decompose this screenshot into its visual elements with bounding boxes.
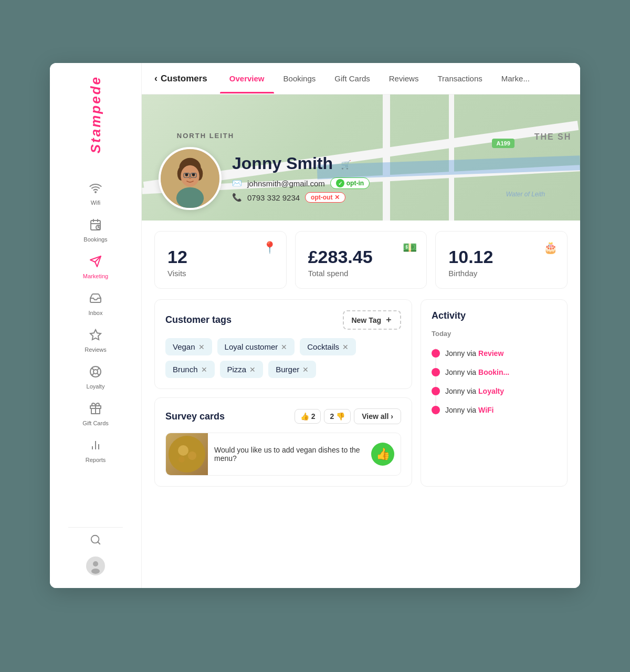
sidebar-item-bookings[interactable]: Bookings xyxy=(50,213,141,248)
search-icon[interactable] xyxy=(90,534,101,548)
profile-phone-row: 📞 0793 332 9234 opt-out ✕ xyxy=(232,192,370,203)
sidebar-item-wifi[interactable]: Wifi xyxy=(50,176,141,211)
right-column: Activity Today Jonny via Review xyxy=(421,299,568,487)
back-chevron-icon: ‹ xyxy=(154,73,158,84)
page-content: NORTH LEITH A199 Water of Leith THE SH xyxy=(142,94,580,588)
loyalty-icon xyxy=(89,365,102,381)
birthday-stat-card: 🎂 10.12 Birthday xyxy=(435,231,568,289)
survey-badges: 👍 2 2 👎 View all › xyxy=(295,408,401,424)
sidebar-nav: Wifi Bookings xyxy=(50,176,141,521)
profile-name: Jonny Smith 🛒 xyxy=(232,154,370,173)
tag-pizza[interactable]: Pizza ✕ xyxy=(220,361,264,378)
survey-card-item: Would you like us to add vegan dishes to… xyxy=(165,433,401,476)
visits-stat-card: 📍 12 Visits xyxy=(154,231,287,289)
tag-brunch[interactable]: Brunch ✕ xyxy=(165,361,215,378)
opt-out-badge: opt-out ✕ xyxy=(305,192,345,203)
remove-tag-icon[interactable]: ✕ xyxy=(281,343,287,351)
birthday-label: Birthday xyxy=(448,269,554,278)
svg-line-13 xyxy=(92,368,94,370)
activity-dot xyxy=(432,349,440,358)
phone-icon: 📞 xyxy=(232,193,242,202)
sidebar-item-inbox[interactable]: Inbox xyxy=(50,287,141,321)
profile-overlay: Jonny Smith 🛒 ✉️ johnsmith@gmail.com ✓ o… xyxy=(142,136,580,220)
activity-text: Jonny via Loyalty xyxy=(445,387,504,395)
new-tag-button[interactable]: New Tag ＋ xyxy=(343,310,401,330)
thumbs-up-response-icon: 👍 xyxy=(376,447,390,461)
activity-dot xyxy=(432,387,440,395)
tag-burger[interactable]: Burger ✕ xyxy=(268,361,316,378)
svg-point-12 xyxy=(93,370,98,374)
survey-thumbs-up-button[interactable]: 👍 xyxy=(371,443,394,466)
svg-point-38 xyxy=(176,187,204,209)
profile-email-row: ✉️ johnsmith@gmail.com ✓ opt-in xyxy=(232,177,370,189)
remove-tag-icon[interactable]: ✕ xyxy=(249,365,256,374)
tags-title: Customer tags xyxy=(165,314,232,326)
birthday-value: 10.12 xyxy=(448,248,554,266)
back-to-customers[interactable]: ‹ Customers xyxy=(154,69,216,88)
activity-title: Activity xyxy=(432,310,556,321)
tags-grid: Vegan ✕ Loyal customer ✕ Cocktails ✕ xyxy=(165,338,401,378)
svg-line-15 xyxy=(97,368,99,370)
profile-avatar xyxy=(159,147,222,210)
thumbs-up-badge[interactable]: 👍 2 xyxy=(295,409,321,424)
activity-item-wifi: Jonny via WiFi xyxy=(432,401,556,419)
activity-today-label: Today xyxy=(432,330,556,338)
sidebar-item-loyalty[interactable]: Loyalty xyxy=(50,360,141,395)
thumbs-up-icon: 👍 xyxy=(300,412,309,421)
remove-tag-icon[interactable]: ✕ xyxy=(342,343,349,351)
cart-icon: 🛒 xyxy=(341,160,351,169)
survey-food-image xyxy=(166,433,208,475)
sidebar-item-reports[interactable]: Reports xyxy=(50,434,141,468)
sidebar-item-marketing[interactable]: Marketing xyxy=(50,250,141,285)
tab-overview[interactable]: Overview xyxy=(220,64,274,93)
tab-giftcards[interactable]: Gift Cards xyxy=(325,64,380,93)
thumbs-down-icon: 👎 xyxy=(336,412,345,421)
main-content: ‹ Customers Overview Bookings Gift Cards… xyxy=(142,63,580,588)
sidebar-item-reviews[interactable]: Reviews xyxy=(50,323,141,358)
spend-label: Total spend xyxy=(308,269,414,278)
tag-cocktails[interactable]: Cocktails ✕ xyxy=(300,338,356,355)
remove-tag-icon[interactable]: ✕ xyxy=(201,365,207,374)
svg-marker-10 xyxy=(90,330,101,340)
sidebar-bottom xyxy=(86,534,105,580)
profile-phone: 0793 332 9234 xyxy=(247,193,300,202)
tab-reviews[interactable]: Reviews xyxy=(380,64,428,93)
map-pin-icon: 📍 xyxy=(262,241,277,255)
remove-tag-icon[interactable]: ✕ xyxy=(198,343,205,351)
tag-loyal-customer[interactable]: Loyal customer ✕ xyxy=(217,338,295,355)
x-icon: ✕ xyxy=(334,194,340,201)
svg-point-42 xyxy=(178,456,185,463)
visits-label: Visits xyxy=(167,269,274,278)
stats-row: 📍 12 Visits 💵 £283.45 Total spend 🎂 10.1… xyxy=(142,220,580,299)
activity-list: Jonny via Review Jonny via Bookin... xyxy=(432,344,556,419)
activity-dot xyxy=(432,406,440,414)
remove-tag-icon[interactable]: ✕ xyxy=(302,365,309,374)
activity-card: Activity Today Jonny via Review xyxy=(421,299,568,487)
opt-in-badge: ✓ opt-in xyxy=(330,177,370,189)
profile-info: Jonny Smith 🛒 ✉️ johnsmith@gmail.com ✓ o… xyxy=(232,154,370,210)
user-avatar[interactable] xyxy=(86,556,105,575)
reports-icon xyxy=(89,439,102,455)
marketing-icon xyxy=(89,255,102,271)
svg-point-0 xyxy=(95,192,96,193)
visits-value: 12 xyxy=(167,248,274,266)
nav-tabs: Overview Bookings Gift Cards Reviews Tra… xyxy=(220,64,539,93)
view-all-button[interactable]: View all › xyxy=(354,408,401,424)
svg-line-23 xyxy=(98,542,100,544)
survey-title: Survey cards xyxy=(165,411,225,422)
activity-item-booking: Jonny via Bookin... xyxy=(432,363,556,382)
survey-question: Would you like us to add vegan dishes to… xyxy=(214,442,365,467)
tab-bookings[interactable]: Bookings xyxy=(274,64,326,93)
tab-transactions[interactable]: Transactions xyxy=(428,64,491,93)
tag-vegan[interactable]: Vegan ✕ xyxy=(165,338,212,355)
activity-item-loyalty: Jonny via Loyalty xyxy=(432,382,556,401)
thumbs-down-badge[interactable]: 2 👎 xyxy=(324,409,351,424)
customer-tags-card: Customer tags New Tag ＋ Vegan ✕ xyxy=(154,299,412,389)
left-column: Customer tags New Tag ＋ Vegan ✕ xyxy=(154,299,412,487)
top-nav: ‹ Customers Overview Bookings Gift Cards… xyxy=(142,63,580,94)
svg-point-25 xyxy=(93,561,98,566)
two-col-layout: Customer tags New Tag ＋ Vegan ✕ xyxy=(142,299,580,499)
tab-marketing[interactable]: Marke... xyxy=(492,64,539,93)
envelope-icon: ✉️ xyxy=(232,178,242,188)
sidebar-item-giftcards[interactable]: Gift Cards xyxy=(50,397,141,432)
